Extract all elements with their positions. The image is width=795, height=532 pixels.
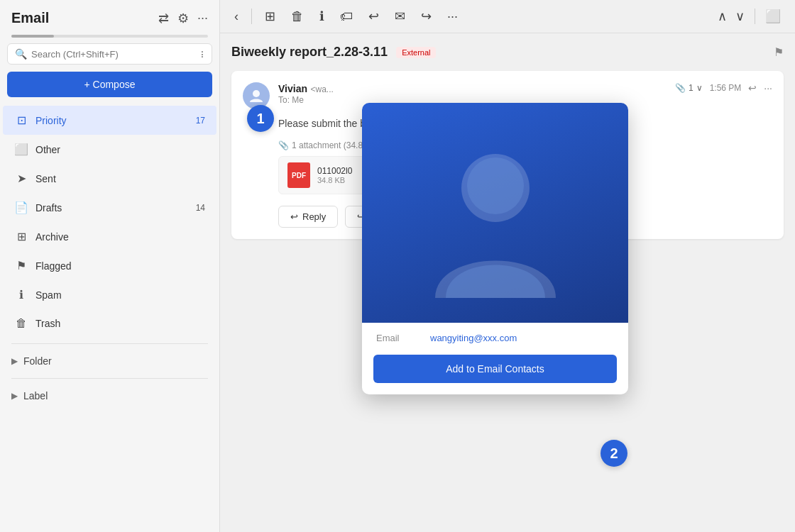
nav-arrows: ∧ ∨ [715, 7, 747, 26]
search-icon: 🔍 [15, 48, 27, 60]
attachment-meta: 📎 1 ∨ [675, 83, 703, 93]
other-icon: ⬜ [14, 143, 28, 156]
app-title: Email [11, 10, 49, 26]
sidebar-item-trash[interactable]: 🗑 Trash [3, 309, 216, 338]
file-info: 011002l0 34.8 KB [317, 166, 352, 184]
label-label: Label [23, 390, 48, 401]
folder-label: Folder [23, 355, 52, 367]
toolbar: ‹ ⊞ 🗑 ℹ 🏷 ↩ ✉ ↪ ··· ∧ ∨ ⬜ [220, 0, 795, 33]
sync-icon[interactable]: ⇄ [158, 11, 169, 26]
search-input[interactable] [31, 49, 195, 60]
sidebar: Email ⇄ ⚙ ··· 🔍 ⫶ + Compose ⊡ Priority 1… [0, 0, 220, 532]
email-time: 1:56 PM [710, 83, 742, 93]
more-toolbar-button[interactable]: ··· [444, 8, 461, 26]
email-subject: Biweekly report_2.28-3.11 [231, 45, 388, 60]
reply-label: Reply [302, 211, 326, 222]
reply-small-icon[interactable]: ↩ [748, 82, 757, 94]
compose-label: + Compose [84, 79, 136, 90]
sender-email-preview: <wa... [310, 84, 333, 94]
svg-point-2 [467, 157, 524, 214]
search-bar: 🔍 ⫶ [7, 43, 212, 65]
sidebar-item-priority[interactable]: ⊡ Priority 17 [3, 106, 216, 135]
svg-point-0 [253, 90, 260, 97]
sidebar-item-label: Drafts [35, 202, 189, 214]
prev-email-button[interactable]: ∧ [715, 7, 730, 26]
add-to-contacts-button[interactable]: Add to Email Contacts [373, 355, 617, 383]
sidebar-item-flagged[interactable]: ⚑ Flagged [3, 251, 216, 280]
scrollbar-thumb [11, 35, 54, 38]
sender-info: Vivian <wa... To: Me [278, 82, 667, 105]
step-1-badge: 1 [247, 105, 274, 132]
nav-divider [11, 343, 208, 344]
archive-icon: ⊞ [14, 230, 28, 243]
sidebar-item-other[interactable]: ⬜ Other [3, 135, 216, 164]
flag-button[interactable]: ⚑ [774, 45, 784, 59]
external-badge: External [396, 47, 436, 58]
sender-name: Vivian [278, 83, 307, 94]
email-label: Email [376, 333, 419, 343]
toolbar-right: ∧ ∨ ⬜ [715, 7, 784, 26]
sent-icon: ➤ [14, 172, 28, 185]
email-more-button[interactable]: ··· [764, 82, 772, 94]
compose-button[interactable]: + Compose [7, 72, 212, 97]
info-button[interactable]: ℹ [317, 7, 327, 26]
label-section[interactable]: ▶ Label [0, 384, 219, 407]
toolbar-separator [251, 9, 252, 24]
spam-icon: ℹ [14, 288, 28, 301]
nav-divider-2 [11, 378, 208, 379]
back-button[interactable]: ‹ [231, 8, 241, 26]
drafts-icon: 📄 [14, 201, 28, 214]
file-name: 011002l0 [317, 166, 352, 176]
sidebar-item-spam[interactable]: ℹ Spam [3, 280, 216, 309]
sidebar-item-sent[interactable]: ➤ Sent [3, 164, 216, 193]
file-size: 34.8 KB [317, 176, 352, 184]
contact-email-value: wangyiting@xxx.com [430, 333, 517, 343]
move-button[interactable]: ↩ [366, 7, 382, 26]
email-subject-bar: Biweekly report_2.28-3.11 External ⚑ [231, 45, 784, 60]
sidebar-header-actions: ⇄ ⚙ ··· [158, 11, 208, 26]
sidebar-item-label: Priority [35, 115, 189, 126]
reply-button[interactable]: ↩ Reply [278, 206, 338, 228]
email-meta: 📎 1 ∨ 1:56 PM ↩ ··· [675, 82, 772, 94]
priority-badge: 17 [196, 116, 205, 126]
archive-toolbar-button[interactable]: ⊞ [262, 7, 278, 26]
sidebar-item-label: Other [35, 144, 205, 155]
contact-info-section: Email wangyiting@xxx.com [362, 323, 628, 355]
next-email-button[interactable]: ∨ [733, 7, 747, 26]
sidebar-header: Email ⇄ ⚙ ··· [0, 0, 219, 32]
sidebar-item-archive[interactable]: ⊞ Archive [3, 222, 216, 251]
sidebar-item-label: Archive [35, 231, 205, 243]
priority-icon: ⊡ [14, 113, 28, 127]
contact-info-row: Email wangyiting@xxx.com [376, 333, 614, 343]
trash-icon: 🗑 [14, 317, 28, 330]
drafts-badge: 14 [196, 203, 205, 213]
delete-button[interactable]: 🗑 [288, 8, 307, 26]
settings-icon[interactable]: ⚙ [177, 11, 189, 26]
toolbar-separator-2 [755, 9, 755, 24]
label-chevron: ▶ [11, 391, 18, 401]
flagged-icon: ⚑ [14, 259, 28, 272]
folder-section[interactable]: ▶ Folder [0, 350, 219, 372]
reply-icon: ↩ [290, 211, 298, 222]
tag-button[interactable]: 🏷 [337, 8, 356, 26]
contact-popup: Email wangyiting@xxx.com Add to Email Co… [362, 103, 628, 394]
filter-icon[interactable]: ⫶ [199, 48, 204, 60]
add-contact-label: Add to Email Contacts [446, 363, 544, 375]
sidebar-item-label: Trash [35, 318, 205, 329]
envelope-button[interactable]: ✉ [392, 7, 408, 26]
sidebar-item-label: Spam [35, 289, 205, 301]
expand-button[interactable]: ⬜ [762, 7, 784, 26]
more-icon[interactable]: ··· [197, 11, 208, 26]
folder-chevron: ▶ [11, 356, 18, 366]
step-2-badge: 2 [601, 440, 627, 467]
scrollbar-track [11, 35, 208, 38]
sender-name-row: Vivian <wa... [278, 82, 667, 95]
pdf-icon: PDF [287, 162, 310, 188]
contact-avatar-section [362, 103, 628, 323]
forward-toolbar-button[interactable]: ↪ [418, 7, 434, 26]
sidebar-item-label: Flagged [35, 260, 205, 272]
sidebar-item-drafts[interactable]: 📄 Drafts 14 [3, 193, 216, 222]
sidebar-item-label: Sent [35, 173, 205, 184]
